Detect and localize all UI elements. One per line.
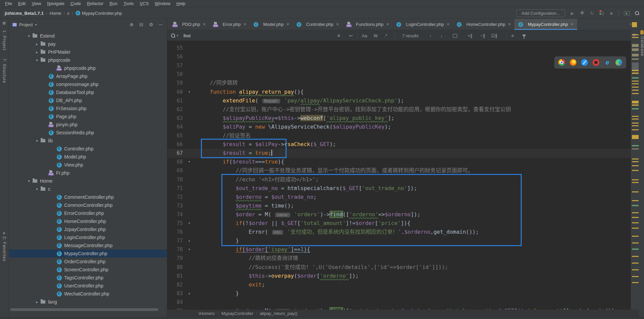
close-icon[interactable]: ✕ — [243, 22, 246, 27]
firefox-icon[interactable] — [570, 59, 576, 66]
sidebar-item-project[interactable]: 1: Project — [2, 30, 7, 51]
find-in-selection-icon[interactable] — [453, 30, 457, 41]
menu-item-help[interactable]: Help — [173, 1, 188, 6]
internet-explorer-icon[interactable]: e — [604, 59, 611, 66]
run-window-icon[interactable] — [624, 11, 630, 15]
menu-item-vcs[interactable]: VCS — [137, 1, 152, 6]
stripe-mark[interactable] — [632, 81, 639, 82]
stripe-mark[interactable] — [632, 101, 639, 103]
tree-item-fr-php[interactable]: PHPFr.php — [9, 169, 167, 177]
breadcrumb-item[interactable]: MypayController — [221, 311, 253, 316]
stripe-mark[interactable] — [632, 108, 639, 109]
tree-item-lib[interactable]: ▾lib — [9, 137, 167, 145]
fold-marker-icon[interactable]: ▾ — [188, 219, 190, 228]
chevron-down-icon[interactable]: ▾ — [34, 185, 40, 193]
stripe-mark[interactable] — [632, 263, 639, 264]
collapse-all-icon[interactable]: ⊟ — [139, 22, 143, 27]
fold-marker-icon[interactable]: ▾ — [188, 88, 190, 96]
stripe-mark[interactable] — [632, 48, 639, 51]
stripe-mark[interactable] — [632, 148, 639, 149]
tree-item-page-php[interactable]: CPage.php — [9, 112, 167, 121]
project-tree-hscrollbar[interactable] — [10, 308, 158, 311]
code-editor[interactable]: 5556575859 //同步跳转60▾ function alipay_ret… — [167, 41, 631, 319]
stripe-mark[interactable] — [632, 70, 639, 71]
chevron-right-icon[interactable]: ▸ — [34, 298, 40, 306]
tree-item-commentcontroller-php[interactable]: CCommentController.php — [9, 193, 167, 201]
breadcrumb-item[interactable]: Home — [50, 11, 61, 16]
stripe-mark[interactable] — [632, 222, 639, 223]
stripe-mark[interactable] — [632, 123, 639, 124]
tree-item-home[interactable]: ▾Home — [9, 177, 167, 185]
stripe-mark[interactable] — [632, 248, 639, 250]
add-occurrence-icon[interactable]: +∥ — [468, 30, 472, 41]
search-everywhere-icon[interactable] — [635, 11, 639, 15]
select-all-occurrences-icon[interactable]: ☑∥ — [491, 30, 497, 41]
regex-toggle[interactable]: .* — [384, 30, 387, 41]
stripe-mark[interactable] — [632, 119, 639, 120]
close-icon[interactable]: ✕ — [286, 22, 289, 27]
chevron-down-icon[interactable]: ▾ — [34, 137, 40, 145]
sidebar-item-favorites[interactable]: 2: Favorites — [2, 236, 7, 262]
close-icon[interactable]: ✕ — [508, 22, 511, 27]
stripe-mark[interactable] — [632, 54, 639, 56]
close-icon[interactable]: ✕ — [203, 22, 206, 27]
tree-item-errorcontroller-php[interactable]: CErrorController.php — [9, 209, 167, 217]
menu-item-code[interactable]: Code — [68, 1, 84, 6]
stripe-mark[interactable] — [632, 228, 639, 229]
tree-item-model-php[interactable]: CModel.php — [9, 153, 167, 161]
stripe-mark[interactable] — [632, 77, 639, 79]
stripe-mark[interactable] — [632, 282, 639, 283]
favorites-star-icon[interactable]: ★ — [2, 231, 6, 235]
breadcrumb-item[interactable]: MypayController.php — [82, 11, 122, 16]
tree-item-phpqrcode[interactable]: ▾phpqrcode — [9, 56, 167, 64]
debug-icon[interactable] — [580, 10, 585, 16]
tab-mypaycontroller-php[interactable]: CMypayController.php✕ — [514, 19, 577, 30]
stripe-mark[interactable] — [632, 73, 639, 74]
stripe-mark[interactable] — [632, 158, 639, 160]
tree-item-lang[interactable]: ▸lang — [9, 298, 167, 306]
menu-item-tools[interactable]: Tools — [121, 1, 137, 6]
close-icon[interactable]: ✕ — [570, 22, 573, 27]
stripe-mark[interactable] — [632, 205, 639, 206]
tree-item-c[interactable]: ▾c — [9, 185, 167, 193]
breadcrumb-item[interactable]: c — [67, 11, 70, 16]
stripe-mark[interactable] — [632, 242, 639, 243]
chevron-down-icon[interactable]: ▾ — [35, 23, 37, 27]
tree-item-extend[interactable]: ▾Extend — [9, 32, 167, 40]
tree-item-usercontroller-php[interactable]: CUserController.php — [9, 282, 167, 290]
stripe-mark[interactable] — [632, 170, 639, 171]
tree-item-pay[interactable]: ▸pay — [9, 40, 167, 48]
tab-functions-php[interactable]: PHPFunctions.php✕ — [343, 19, 393, 30]
stripe-mark[interactable] — [632, 145, 639, 146]
sidebar-item-database[interactable]: Database — [640, 36, 644, 56]
tree-item-arraypage-php[interactable]: CArrayPage.php — [9, 72, 167, 80]
tab-homecontroller-php[interactable]: CHomeController.php✕ — [453, 19, 514, 30]
previous-occurrence-icon[interactable]: ↑ — [429, 30, 432, 41]
search-icon[interactable] — [171, 33, 175, 38]
stripe-mark[interactable] — [632, 200, 639, 201]
stripe-mark[interactable] — [632, 135, 639, 139]
chevron-right-icon[interactable]: ▸ — [34, 48, 40, 56]
menu-item-file[interactable]: File — [2, 1, 15, 6]
remove-occurrence-icon[interactable]: −∥ — [480, 30, 485, 41]
tree-item-db_api-php[interactable]: CDB_API.php — [9, 96, 167, 104]
tab-model-php[interactable]: CModel.php✕ — [250, 19, 293, 30]
tree-item-tagscontroller-php[interactable]: CTagsController.php — [9, 274, 167, 282]
tree-item-frsession-php[interactable]: CFrSession.php — [9, 104, 167, 112]
tree-item-logincontroller-php[interactable]: CLoginController.php — [9, 233, 167, 241]
stripe-mark[interactable] — [632, 90, 639, 91]
search-history-chevron-icon[interactable]: ▾ — [177, 34, 178, 37]
tab-logincontroller-php[interactable]: CLoginController.php✕ — [392, 19, 453, 30]
words-toggle[interactable]: W — [374, 30, 378, 41]
stripe-mark[interactable] — [632, 217, 639, 218]
hide-panel-icon[interactable]: ─ — [159, 22, 162, 27]
clear-search-icon[interactable]: ✕ — [337, 30, 341, 41]
filter-icon[interactable] — [522, 30, 526, 41]
tree-item-view-php[interactable]: CView.php — [9, 161, 167, 169]
newline-icon[interactable]: ↩ — [349, 30, 353, 41]
close-icon[interactable]: ✕ — [386, 22, 389, 27]
menu-item-window[interactable]: Window — [152, 1, 173, 6]
menu-item-refactor[interactable]: Refactor — [84, 1, 106, 6]
close-find-bar-icon[interactable]: ✕ — [632, 32, 636, 38]
tree-item-phpqrcode-php[interactable]: PHPphpqrcode.php — [9, 64, 167, 72]
